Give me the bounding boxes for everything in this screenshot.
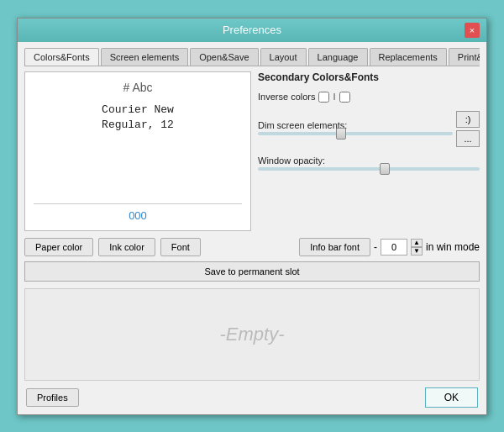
preview-font-name: Courier New Regular, 12 [34,103,242,133]
bottom-buttons-row: Paper color Ink color Font Info bar font… [24,238,480,256]
opacity-section: Window opacity: [258,155,480,176]
opacity-label: Window opacity: [258,155,480,166]
title-bar: Preferences × [18,18,486,42]
spinner-up-button[interactable]: ▲ [411,239,423,247]
inverse-checkbox-group: I [318,92,349,103]
footer: Profiles OK [24,387,480,408]
secondary-title: Secondary Colors&Fonts [258,71,480,83]
dim-slider-track[interactable] [258,132,453,135]
smile-button[interactable]: :) [456,111,480,128]
spinner-down-button[interactable]: ▼ [411,247,423,256]
dash-label: - [374,241,377,253]
in-win-mode-label: in win mode [426,241,480,253]
preview-divider [34,203,242,204]
info-bar-row: Info bar font - ▲ ▼ in win mode [299,238,480,256]
ok-button[interactable]: OK [425,387,478,408]
window-title: Preferences [39,24,465,36]
opacity-slider-thumb[interactable] [380,163,390,175]
preview-number: 000 [129,209,147,222]
tab-replacements[interactable]: Replacements [370,48,447,66]
opacity-slider-track[interactable] [258,167,480,171]
tab-open-save[interactable]: Open&Save [190,48,258,66]
dim-label: Dim screen elements: [258,120,453,130]
font-button[interactable]: Font [160,238,201,256]
tab-screen-elements[interactable]: Screen elements [101,48,189,66]
spinner-input[interactable] [381,239,407,256]
profiles-button[interactable]: Profiles [26,388,79,407]
close-button[interactable]: × [465,23,480,38]
tab-print-export[interactable]: Print&Export [449,48,480,66]
opacity-slider-wrapper: Window opacity: [258,155,480,172]
ink-color-button[interactable]: Ink color [98,238,155,256]
window-body: Colors&Fonts Screen elements Open&Save L… [18,42,486,414]
separator-char: I [333,92,335,102]
opacity-row: Window opacity: [258,155,480,172]
preferences-window: Preferences × Colors&Fonts Screen elemen… [17,18,487,415]
inverse-colors-label: Inverse colors [258,92,315,102]
dim-slider-wrapper: Dim screen elements: [258,120,453,137]
inverse-colors-row: Inverse colors I [258,92,480,103]
tab-colors-fonts[interactable]: Colors&Fonts [24,48,99,66]
tab-language[interactable]: Language [308,48,368,66]
dim-section: Dim screen elements: :) ... [258,111,480,150]
tab-layout[interactable]: Layout [260,48,307,66]
tabs-bar: Colors&Fonts Screen elements Open&Save L… [24,47,480,66]
empty-text: -Empty- [220,324,285,345]
dim-right-buttons: :) ... [456,111,480,147]
secondary-panel: Secondary Colors&Fonts Inverse colors I … [258,71,480,231]
dots-button[interactable]: ... [456,130,480,147]
preview-hash: # Abc [34,81,242,94]
info-bar-font-button[interactable]: Info bar font [299,238,370,256]
preview-box: # Abc Courier New Regular, 12 000 [24,71,251,231]
dim-row: Dim screen elements: :) ... [258,111,480,147]
paper-color-button[interactable]: Paper color [24,238,93,256]
empty-area: -Empty- [24,288,480,381]
save-permanent-slot-button[interactable]: Save to permanent slot [24,261,480,282]
inverse-checkbox-1[interactable] [318,92,329,103]
dim-slider-thumb[interactable] [336,128,346,140]
inverse-checkbox-2[interactable] [339,92,350,103]
content-area: # Abc Courier New Regular, 12 000 Second… [24,71,480,231]
spinner-buttons: ▲ ▼ [411,239,423,256]
